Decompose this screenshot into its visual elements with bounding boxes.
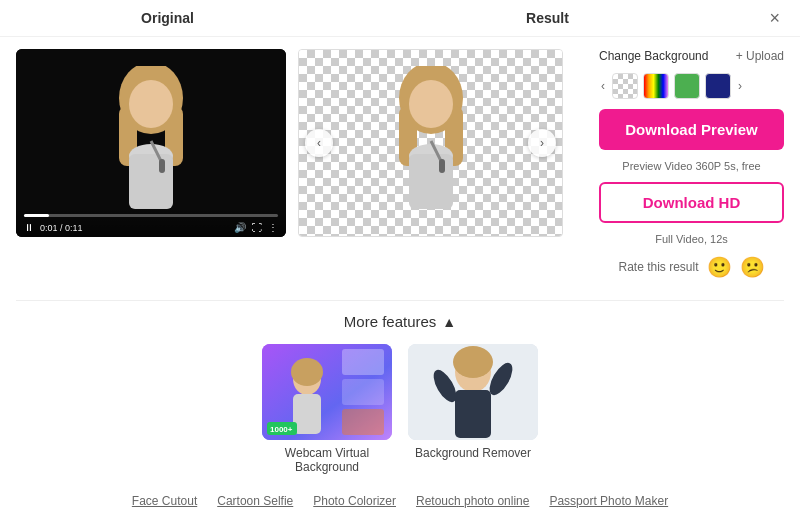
webcam-feature-label: Webcam Virtual Background <box>262 446 392 474</box>
result-video-container: ‹ › <box>298 49 563 237</box>
bottom-links: Face Cutout Cartoon Selfie Photo Coloriz… <box>0 486 800 516</box>
original-label: Original <box>20 10 315 26</box>
webcam-thumb-bg: 1000+ <box>262 344 392 440</box>
video-container: ⏸ 0:01 / 0:11 🔊 ⛶ ⋮ <box>16 49 286 237</box>
svg-rect-20 <box>342 349 384 375</box>
more-icon[interactable]: ⋮ <box>268 222 278 233</box>
collapse-arrow-icon[interactable]: ▲ <box>442 314 456 330</box>
svg-rect-7 <box>159 159 165 173</box>
result-next-button[interactable]: › <box>528 129 556 157</box>
progress-fill <box>24 214 49 217</box>
thumbs-down-icon[interactable]: 😕 <box>740 255 765 279</box>
controls-row: ⏸ 0:01 / 0:11 🔊 ⛶ ⋮ <box>24 222 278 233</box>
upload-link[interactable]: + Upload <box>736 49 784 63</box>
svg-rect-13 <box>409 154 453 209</box>
pause-icon[interactable]: ⏸ <box>24 222 34 233</box>
bg-remover-bg <box>408 344 538 440</box>
svg-text:1000+: 1000+ <box>270 425 293 434</box>
fullscreen-icon[interactable]: ⛶ <box>252 222 262 233</box>
main-content: ⏸ 0:01 / 0:11 🔊 ⛶ ⋮ <box>0 37 800 300</box>
video-panel: ⏸ 0:01 / 0:11 🔊 ⛶ ⋮ <box>16 49 286 292</box>
change-bg-header: Change Background + Upload <box>599 49 784 63</box>
svg-point-3 <box>129 80 173 128</box>
green-swatch[interactable] <box>674 73 700 99</box>
more-features-header: More features ▲ <box>16 313 784 330</box>
color-next-arrow[interactable]: › <box>736 77 744 95</box>
svg-rect-21 <box>342 379 384 405</box>
controls-panel: Change Background + Upload ‹ › Download … <box>599 49 784 292</box>
result-singer-overlay <box>299 50 562 236</box>
color-prev-arrow[interactable]: ‹ <box>599 77 607 95</box>
hd-note: Full Video, 12s <box>599 233 784 245</box>
svg-point-27 <box>453 346 493 378</box>
preview-note: Preview Video 360P 5s, free <box>599 160 784 172</box>
header-labels: Original Result <box>20 10 780 26</box>
transparent-swatch[interactable] <box>612 73 638 99</box>
result-prev-button[interactable]: ‹ <box>305 129 333 157</box>
more-features-section: More features ▲ <box>0 301 800 486</box>
svg-point-11 <box>409 80 453 128</box>
video-controls: ⏸ 0:01 / 0:11 🔊 ⛶ ⋮ <box>16 208 286 237</box>
bg-colors-row: ‹ › <box>599 73 784 99</box>
rate-row: Rate this result 🙂 😕 <box>599 255 784 279</box>
bg-remover-thumb <box>408 344 538 440</box>
singer-figure-original <box>91 66 211 221</box>
svg-rect-19 <box>293 394 321 434</box>
thumbs-up-icon[interactable]: 🙂 <box>707 255 732 279</box>
volume-icon[interactable]: 🔊 <box>234 222 246 233</box>
svg-rect-28 <box>455 390 491 438</box>
result-panel: ‹ › <box>298 49 587 292</box>
bg-remover-illustration <box>408 344 538 440</box>
feature-card-webcam[interactable]: 1000+ Webcam Virtual Background <box>262 344 392 474</box>
rate-label: Rate this result <box>618 260 698 274</box>
webcam-illustration: 1000+ <box>262 344 392 440</box>
change-bg-label: Change Background <box>599 49 708 63</box>
download-hd-button[interactable]: Download HD <box>599 182 784 223</box>
download-preview-button[interactable]: Download Preview <box>599 109 784 150</box>
feature-card-bg-remover[interactable]: Background Remover <box>408 344 538 474</box>
link-face-cutout[interactable]: Face Cutout <box>132 494 197 508</box>
link-passport-photo[interactable]: Passport Photo Maker <box>549 494 668 508</box>
time-display: 0:01 / 0:11 <box>40 223 228 233</box>
modal-container: Original Result × <box>0 0 800 516</box>
svg-rect-22 <box>342 409 384 435</box>
close-button[interactable]: × <box>765 5 784 31</box>
progress-bar[interactable] <box>24 214 278 217</box>
rainbow-swatch[interactable] <box>643 73 669 99</box>
result-label: Result <box>315 10 780 26</box>
svg-rect-5 <box>129 154 173 209</box>
svg-point-18 <box>291 358 323 386</box>
dark-blue-swatch[interactable] <box>705 73 731 99</box>
webcam-thumb: 1000+ <box>262 344 392 440</box>
features-grid: 1000+ Webcam Virtual Background <box>16 344 784 474</box>
svg-rect-15 <box>439 159 445 173</box>
link-cartoon-selfie[interactable]: Cartoon Selfie <box>217 494 293 508</box>
link-retouch-photo[interactable]: Retouch photo online <box>416 494 529 508</box>
result-checkerboard <box>299 50 562 236</box>
header: Original Result × <box>0 0 800 37</box>
bg-remover-label: Background Remover <box>415 446 531 460</box>
singer-figure-result <box>371 66 491 221</box>
link-photo-colorizer[interactable]: Photo Colorizer <box>313 494 396 508</box>
more-features-label: More features <box>344 313 437 330</box>
